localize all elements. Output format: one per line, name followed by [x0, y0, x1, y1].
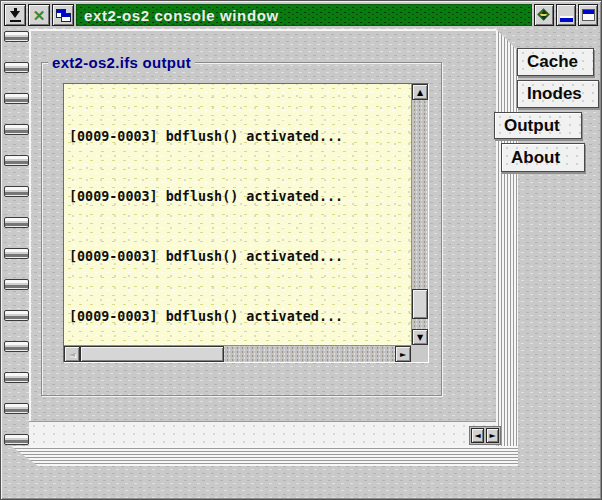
console-line: [0009-0003] bdflush() activated... [69, 247, 411, 267]
tab-label: Cache [527, 52, 578, 72]
binding-ring [4, 31, 29, 42]
page-edge-stack-bottom [11, 446, 518, 466]
window-cascade-icon [56, 9, 71, 22]
vertical-scrollbar-thumb[interactable] [412, 289, 428, 319]
tab-cache[interactable]: Cache [517, 48, 594, 76]
tab-label: Inodes [527, 84, 582, 104]
window-title: ext2-os2 console window [84, 7, 279, 24]
binding-ring [4, 217, 29, 228]
binding-ring [4, 403, 29, 414]
tab-about[interactable]: About [501, 143, 585, 172]
scroll-up-button[interactable]: ▲ [412, 84, 428, 100]
page-bottom-strip [29, 421, 496, 446]
console-output-area[interactable]: [0009-0003] bdflush() activated... [0009… [63, 83, 429, 363]
binding-ring [4, 155, 29, 166]
up-arrow-icon: ▲ [417, 88, 423, 97]
titlebar: ✕ ext2-os2 console window [4, 4, 598, 26]
left-arrow-icon: ◄ [69, 350, 75, 359]
console-line: [0009-0003] bdflush() activated... [69, 187, 411, 207]
tab-label: Output [504, 116, 560, 136]
scroll-down-button[interactable]: ▼ [412, 329, 428, 345]
window-list-button[interactable] [534, 4, 554, 26]
binding-ring [4, 310, 29, 321]
left-arrow-icon: ◄ [474, 431, 480, 440]
binding-ring [4, 62, 29, 73]
minimize-button[interactable] [556, 4, 576, 26]
console-text[interactable]: [0009-0003] bdflush() activated... [0009… [64, 84, 411, 345]
binding-ring [4, 93, 29, 104]
scroll-right-button[interactable]: ► [395, 346, 411, 362]
hide-button[interactable] [4, 4, 26, 26]
scrollbar-corner [411, 345, 428, 362]
minimize-icon [560, 18, 573, 22]
binding-ring [4, 434, 29, 445]
maximize-button[interactable] [578, 4, 598, 26]
binding-ring [4, 124, 29, 135]
tab-inodes[interactable]: Inodes [517, 80, 599, 108]
horizontal-scrollbar-thumb[interactable] [80, 346, 224, 362]
next-page-button[interactable]: ► [486, 428, 499, 443]
scroll-left-button[interactable]: ◄ [64, 346, 80, 362]
groupbox-title: ext2-os2.ifs output [48, 54, 195, 71]
close-button[interactable]: ✕ [28, 4, 50, 26]
binding-ring [4, 341, 29, 352]
diamond-icon [536, 7, 552, 23]
titlebar-drag-area[interactable]: ext2-os2 console window [76, 4, 532, 26]
binding-ring [4, 372, 29, 383]
page-edge-stack-right [496, 29, 518, 466]
hide-icon [9, 8, 22, 22]
close-icon: ✕ [33, 8, 46, 23]
binding-ring [4, 279, 29, 290]
down-arrow-icon: ▼ [417, 333, 423, 342]
prev-page-button[interactable]: ◄ [471, 428, 484, 443]
tab-label: About [511, 148, 560, 168]
horizontal-scrollbar[interactable]: ◄ ► [64, 345, 411, 362]
vertical-scrollbar[interactable]: ▲ ▼ [411, 84, 428, 345]
binding-ring [4, 248, 29, 259]
console-window: ✕ ext2-os2 console window ◄ ► Cache [0, 0, 602, 500]
tab-output[interactable]: Output [494, 112, 582, 139]
right-arrow-icon: ► [489, 431, 495, 440]
binding-ring [4, 186, 29, 197]
system-menu-button[interactable] [52, 4, 74, 26]
maximize-icon [582, 9, 595, 21]
right-arrow-icon: ► [400, 350, 406, 359]
spiral-binding [4, 31, 29, 445]
page-navigation: ◄ ► [469, 426, 501, 445]
console-line: [0009-0003] bdflush() activated... [69, 307, 411, 327]
console-line: [0009-0003] bdflush() activated... [69, 127, 411, 147]
